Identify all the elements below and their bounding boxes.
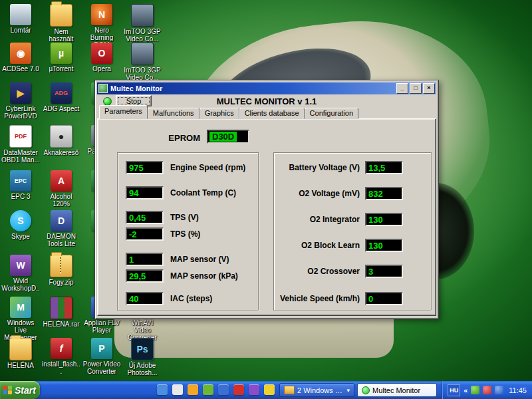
maximize-button[interactable]: □: [410, 83, 422, 94]
desktop-icon-label: Opera: [82, 65, 121, 72]
tab-strip: Parameters Malfunctions Graphics Clients…: [99, 107, 358, 119]
param-row-map-kpa: 29,5 MAP sensor (kPa): [126, 269, 238, 283]
eprom-value: D30D: [209, 132, 237, 142]
engine-speed-display: 975: [126, 161, 164, 174]
desktop-icon-label: Power Video Converter: [82, 360, 121, 375]
dvd-workshop-icon: W: [10, 255, 31, 276]
tab-configuration[interactable]: Configuration: [305, 108, 358, 119]
battery-voltage-display: 13,5: [365, 161, 403, 174]
fogy-zip-icon: [50, 255, 72, 277]
datamaster-icon: PDF: [9, 125, 32, 148]
start-button[interactable]: Start: [0, 381, 40, 399]
desktop-icon-helena-rar[interactable]: HELÉNA.rar: [42, 297, 80, 328]
quick-launch: [157, 384, 275, 395]
taskbar-button-multec-monitor[interactable]: Multec Monitor: [357, 383, 437, 397]
desktop-icon-label: HELÉNA.rar: [42, 321, 80, 328]
desktop-icon-imtoo-2[interactable]: ImTOO 3GP Video Co...: [123, 43, 162, 81]
window-icon: [98, 84, 108, 93]
map-v-display: 1: [126, 253, 164, 266]
o2-voltage-display: 832: [365, 187, 403, 200]
minimize-button[interactable]: _: [396, 83, 408, 94]
powerdvd-icon: ▶: [10, 82, 31, 104]
desktop-icon-photoshop[interactable]: PsÚj Adobe Photosh...: [123, 338, 162, 376]
taskbar-button-windows-intezo[interactable]: 2 Windows Intéző ▾: [279, 383, 354, 397]
desktop-icon-flash-installer[interactable]: finstall_flash...: [42, 338, 80, 375]
opera-icon: O: [91, 43, 112, 64]
desktop-icon-opera[interactable]: OOpera: [82, 43, 121, 72]
tab-malfunctions[interactable]: Malfunctions: [148, 108, 200, 119]
tray-icon-3[interactable]: [495, 386, 503, 394]
tps-pct-label: TPS (%): [170, 229, 200, 239]
desktop-icon-datamaster[interactable]: PDFDataMaster OBD1 Man...: [1, 125, 40, 164]
quick-launch-icon-2[interactable]: [172, 384, 183, 395]
o2-crossover-label: O2 Crossover: [269, 267, 360, 276]
window-titlebar[interactable]: Multec Monitor _ □ ×: [97, 82, 436, 94]
multec-monitor-window: Multec Monitor _ □ × Stop MULTEC MONITOR…: [94, 80, 439, 319]
skype-icon: S: [10, 210, 31, 231]
desktop-icon-skype[interactable]: SSkype: [1, 210, 40, 240]
helena-folder-icon: [9, 338, 32, 360]
quick-launch-icon-6[interactable]: [233, 384, 244, 395]
tray-chevron-icon[interactable]: «: [464, 386, 467, 394]
power-video-icon: P: [91, 338, 112, 359]
vehicle-speed-display: 0: [365, 292, 403, 305]
desktop-icon-label: Új Adobe Photosh...: [123, 362, 162, 376]
tray-icon-2[interactable]: [483, 386, 491, 394]
param-row-coolant-temp: 94 Coolant Temp (C): [126, 186, 236, 200]
desktop-icon-utorrent[interactable]: µµTorrent: [42, 43, 80, 72]
imtoo-1-icon: [131, 4, 154, 27]
tab-clients-database[interactable]: Clients database: [239, 108, 305, 119]
desktop-icon-minesweeper[interactable]: ●Aknakereső: [42, 125, 80, 156]
desktop-icon-alcohol[interactable]: AAlcohol 120%: [42, 170, 80, 207]
photoshop-icon: Ps: [131, 338, 154, 360]
quick-launch-icon-1[interactable]: [157, 384, 168, 395]
desktop-icon-label: ImTOO 3GP Video Co...: [123, 28, 162, 43]
o2-block-learn-label: O2 Block Learn: [269, 241, 360, 250]
param-row-o2-block-learn: O2 Block Learn 130: [269, 238, 403, 253]
desktop-icon-powerdvd[interactable]: ▶CyberLink PowerDVD: [1, 82, 40, 120]
param-row-vehicle-speed: Vehicle Speed (km/h) 0: [269, 291, 403, 306]
desktop-icon-imtoo-1[interactable]: ImTOO 3GP Video Co...: [123, 4, 162, 43]
adg-aspect-icon: ADG: [51, 82, 72, 104]
language-indicator[interactable]: HU: [448, 384, 460, 396]
map-v-label: MAP sensor (V): [170, 255, 229, 264]
clock: 11:45: [509, 386, 527, 394]
tab-graphics[interactable]: Graphics: [200, 108, 239, 119]
desktop: LomtárNem használt asztali para...NNero …: [0, 0, 532, 381]
quick-launch-icon-4[interactable]: [203, 384, 213, 395]
desktop-icon-acdsee[interactable]: ◉ACDSee 7.0: [1, 43, 40, 72]
close-button[interactable]: ×: [423, 83, 435, 94]
recycle-bin-icon: [10, 4, 31, 25]
param-row-o2-crossover: O2 Crossover 3: [269, 264, 403, 279]
desktop-icon-label: µTorrent: [42, 65, 80, 72]
utorrent-icon: µ: [51, 43, 72, 64]
quick-launch-icon-7[interactable]: [249, 384, 259, 395]
desktop-icon-recycle-bin[interactable]: Lomtár: [1, 4, 40, 34]
coolant-temp-label: Coolant Temp (C): [170, 188, 236, 198]
param-row-tps-pct: -2 TPS (%): [126, 227, 200, 241]
desktop-icon-messenger[interactable]: MWindows Live Messenger: [1, 297, 40, 341]
helena-rar-icon: [50, 297, 72, 319]
desktop-icon-label: DataMaster OBD1 Man...: [1, 149, 40, 164]
desktop-icon-daemon-tools[interactable]: DDAEMON Tools Lite: [42, 210, 80, 247]
desktop-icon-label: Aknakereső: [42, 149, 80, 156]
map-kpa-label: MAP sensor (kPa): [170, 271, 238, 281]
param-row-o2-voltage: O2 Voltage (mV) 832: [269, 186, 403, 201]
tab-parameters[interactable]: Parameters: [99, 105, 148, 119]
desktop-icon-label: DAEMON Tools Lite: [42, 233, 80, 247]
quick-launch-icon-8[interactable]: [264, 384, 275, 395]
desktop-icon-dvd-workshop[interactable]: WWvid WorkshopD...: [1, 255, 40, 299]
folder-icon: [284, 386, 295, 394]
quick-launch-icon-3[interactable]: [188, 384, 198, 395]
system-tray: HU « 11:45: [442, 381, 532, 399]
tray-icon-1[interactable]: [471, 386, 479, 394]
quick-launch-icon-5[interactable]: [218, 384, 229, 395]
desktop-icon-fogy-zip[interactable]: Fogy.zip: [42, 255, 80, 286]
desktop-icon-nero[interactable]: NNero Burning ROM: [82, 4, 121, 49]
desktop-icon-adg-aspect[interactable]: ADGADG Aspect: [42, 82, 80, 112]
desktop-icon-epc[interactable]: EPCEPC 3: [1, 170, 40, 200]
desktop-icon-label: Alcohol 120%: [42, 193, 80, 207]
desktop-icon-power-video[interactable]: PPower Video Converter: [82, 338, 121, 375]
iac-label: IAC (steps): [170, 294, 212, 303]
desktop-icon-helena-folder[interactable]: HELÉNA: [1, 338, 40, 369]
